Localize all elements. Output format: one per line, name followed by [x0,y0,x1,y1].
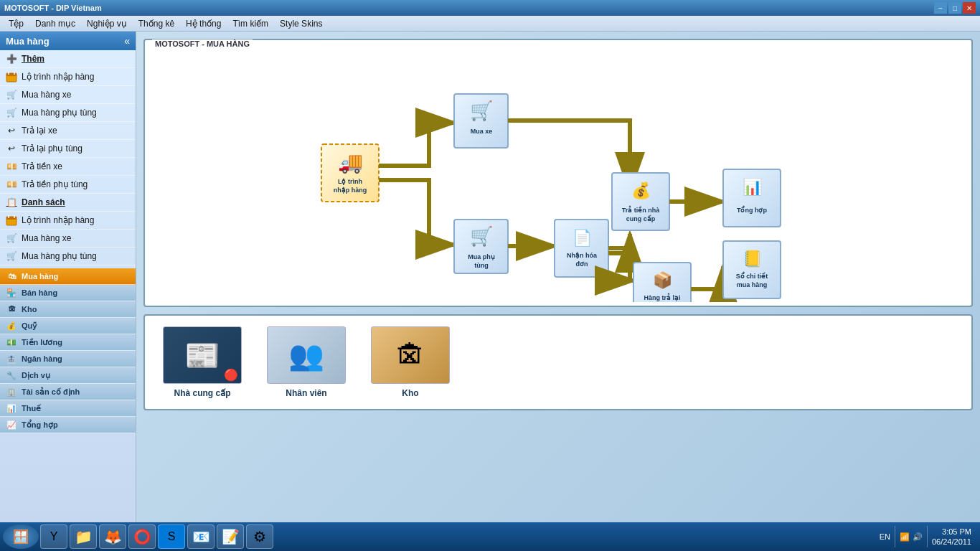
title-bar: MOTOSOFT - DIP Vietnam − □ ✕ [0,0,980,16]
sidebar-nav-banhang[interactable]: 🏪 Bán hàng [0,285,136,301]
kho-image: 🏚 [371,326,450,384]
taskbar: 🪟 Y 📁 🦊 ⭕ S 📧 📝 ⚙ EN 📶 🔊 3:05 PM 06/24/2… [0,522,980,551]
language-indicator: EN [880,532,890,541]
sidebar-nav-nganhang[interactable]: 🏦 Ngân hàng [0,351,136,367]
svg-text:Tổng hợp: Tổng hợp [737,205,767,214]
sidebar-collapse-button[interactable]: « [124,35,130,47]
time-display: 3:05 PM [932,527,971,537]
taskbar-apps: Y 📁 🦊 ⭕ S 📧 📝 ⚙ [40,524,273,549]
svg-text:📄: 📄 [573,228,593,248]
cart-icon4: 🛒 [6,250,17,262]
sidebar-item-tratienxe[interactable]: 💴 Trả tiền xe [0,158,136,176]
summary-icon: 📈 [6,419,17,430]
svg-rect-1 [6,73,17,76]
menu-nghiepvu[interactable]: Nghiệp vụ [81,17,133,30]
return-icon2: ↩ [6,143,17,154]
menu-tep[interactable]: Tệp [3,17,29,30]
menu-timkiem[interactable]: Tìm kiếm [227,17,274,30]
svg-text:Mua phụ: Mua phụ [468,253,495,260]
sidebar-nav-thue[interactable]: 📊 Thuế [0,400,136,417]
sale-icon: 🏪 [6,287,17,298]
menu-danhmuc[interactable]: Danh mục [29,17,81,30]
add-icon: ➕ [6,53,17,65]
svg-text:🛒: 🛒 [470,225,494,248]
taskbar-app-yahoo[interactable]: Y [40,524,67,549]
cart-icon2: 🛒 [6,107,17,118]
taskbar-app-motosoft[interactable]: ⚙ [246,524,273,549]
taskbar-app-word[interactable]: 📝 [217,524,244,549]
kho-label: Kho [402,388,418,398]
shopping-icon: 🛍 [6,270,17,282]
sidebar-nav-kho[interactable]: 🏚 Kho [0,301,136,318]
svg-text:🚚: 🚚 [338,151,363,174]
sidebar-nav-taisan[interactable]: 🏢 Tài sản cố định [0,384,136,400]
sidebar-item-tralaixe[interactable]: ↩ Trả lại xe [0,122,136,140]
sidebar-item-danhsach[interactable]: 📋 Danh sách [0,194,136,212]
svg-text:Sổ chi tiết: Sổ chi tiết [736,271,768,280]
main-layout: Mua hàng « ➕ Thêm Lộ trình nhập hàng 🛒 M… [0,32,980,522]
flow-diagram-title: MOTOSOFT - MUA HÀNG [152,39,253,48]
sidebar-nav-tonghop[interactable]: 📈 Tổng hợp [0,417,136,433]
sidebar-nav-tienluong[interactable]: 💵 Tiền lương [0,334,136,351]
volume-icon: 🔊 [913,532,923,542]
sidebar-item-them[interactable]: ➕ Thêm [0,50,136,68]
sidebar-item-muahangphutung2[interactable]: 🛒 Mua hàng phụ tùng [0,248,136,265]
close-button[interactable]: ✕ [963,2,976,14]
taskbar-divider [895,526,895,547]
sidebar-item-lotrinh1[interactable]: Lộ trình nhập hàng [0,68,136,86]
svg-text:Mua xe: Mua xe [471,128,493,135]
money-icon2: 💴 [6,179,17,190]
sidebar-item-muahangxe2[interactable]: 🛒 Mua hàng xe [0,230,136,248]
content-area: MOTOSOFT - MUA HÀNG 🚚 Lộ trình nhập hàng [136,32,980,522]
info-box-kho[interactable]: 🏚 Kho [364,326,457,398]
start-button[interactable]: 🪟 [3,524,39,549]
svg-text:🛒: 🛒 [470,99,494,122]
menu-thongke[interactable]: Thống kê [133,17,180,30]
taskbar-app-skype[interactable]: S [158,524,185,549]
taskbar-app-chrome[interactable]: ⭕ [128,524,156,549]
svg-text:Trả tiền nhà: Trả tiền nhà [622,205,660,214]
flow-svg: 🚚 Lộ trình nhập hàng 🛒 [156,58,961,302]
salary-icon: 💵 [6,336,17,348]
menu-hethong[interactable]: Hệ thống [180,17,227,30]
sidebar-item-lotrinh2[interactable]: Lộ trình nhập hàng [0,212,136,230]
svg-text:Nhận hóa: Nhận hóa [567,252,598,259]
window-controls: − □ ✕ [934,2,976,14]
sidebar-header: Mua hàng « [0,32,136,50]
taskbar-app-files[interactable]: 📁 [70,524,97,549]
money-icon1: 💴 [6,161,17,172]
calendar-icon [6,71,17,83]
return-icon1: ↩ [6,125,17,136]
minimize-button[interactable]: − [934,2,947,14]
svg-text:📊: 📊 [743,177,763,197]
sidebar-item-muahangphutung1[interactable]: 🛒 Mua hàng phụ tùng [0,104,136,122]
svg-rect-5 [6,217,17,220]
svg-text:tùng: tùng [474,262,489,269]
sidebar-item-tralaiphutung[interactable]: ↩ Trả lại phụ tùng [0,140,136,158]
taskbar-right: EN 📶 🔊 3:05 PM 06/24/2011 [880,526,977,547]
sidebar-item-muahangxe1[interactable]: 🛒 Mua hàng xe [0,86,136,104]
sidebar-nav-quy[interactable]: 💰 Quỹ [0,318,136,334]
maximize-button[interactable]: □ [948,2,961,14]
svg-text:Lộ trình: Lộ trình [338,178,362,185]
info-box-nhacungcap[interactable]: 📰 🔴 Nhà cung cấp [156,326,249,398]
cart-icon3: 🛒 [6,232,17,244]
svg-text:cung cấp: cung cấp [626,215,656,222]
flow-diagram-box: MOTOSOFT - MUA HÀNG 🚚 Lộ trình nhập hàng [143,39,973,307]
asset-icon: 🏢 [6,386,17,397]
svg-text:📦: 📦 [653,270,673,290]
taskbar-app-firefox[interactable]: 🦊 [99,524,126,549]
svg-text:mua hàng: mua hàng [737,281,768,288]
svg-rect-20 [555,220,608,277]
info-boxes-container: 📰 🔴 Nhà cung cấp 👥 Nhân viên 🏚 [143,314,973,410]
taskbar-app-email[interactable]: 📧 [187,524,215,549]
sidebar-nav-dichvu[interactable]: 🔧 Dịch vụ [0,367,136,384]
sidebar: Mua hàng « ➕ Thêm Lộ trình nhập hàng 🛒 M… [0,32,136,522]
menu-bar: Tệp Danh mục Nghiệp vụ Thống kê Hệ thống… [0,16,980,32]
info-box-nhanvien[interactable]: 👥 Nhân viên [260,326,353,398]
nhanvien-image: 👥 [267,326,346,384]
svg-text:đơn: đơn [576,260,588,268]
sidebar-nav-muahang[interactable]: 🛍 Mua hàng [0,268,136,285]
sidebar-item-tratienphutung[interactable]: 💴 Trả tiền phụ tùng [0,176,136,194]
menu-styles[interactable]: Style Skins [274,17,328,30]
